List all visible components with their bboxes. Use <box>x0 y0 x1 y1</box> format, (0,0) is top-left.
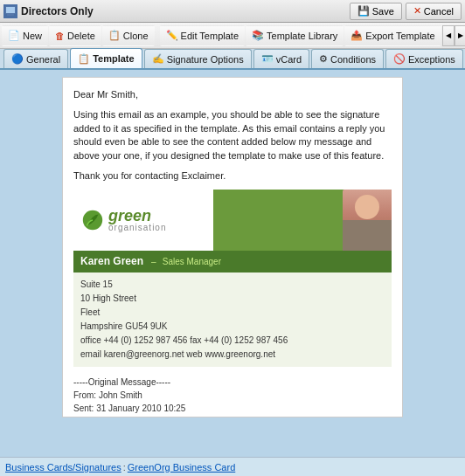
signature-block: green organisation Karen Green – <box>73 190 392 367</box>
orig-header: -----Original Message----- <box>73 376 392 389</box>
exceptions-tab-icon: 🚫 <box>393 53 406 65</box>
clone-button[interactable]: 📋 Clone <box>102 25 155 46</box>
save-button[interactable]: 💾 Save <box>350 3 402 20</box>
person-photo <box>343 190 392 251</box>
tab-signature-options[interactable]: ✍ Signature Options <box>144 49 252 68</box>
template-tab-icon: 📋 <box>78 53 90 65</box>
tab-bar: 🔵 General 📋 Template ✍ Signature Options… <box>0 49 465 70</box>
signature-options-tab-icon: ✍ <box>152 53 164 65</box>
new-button[interactable]: 📄 New <box>2 25 48 46</box>
main-content: Dear Mr Smith, Using this email as an ex… <box>0 70 465 457</box>
toolbar-prev-button[interactable]: ◀ <box>442 25 455 46</box>
tab-conditions[interactable]: ⚙ Conditions <box>311 49 384 68</box>
signature-logo-area: green organisation <box>73 190 213 251</box>
orig-sent: Sent: 31 January 2010 10:25 <box>73 402 392 415</box>
signature-header: green organisation <box>73 190 392 251</box>
orig-to: To: Exclaimer Sales <box>73 415 392 417</box>
toolbar-nav: ◀ ▶ <box>442 25 465 46</box>
logo-org: organisation <box>108 224 166 232</box>
sig-email-web: email karen@greenorg.net web www.greenor… <box>80 348 385 362</box>
delete-button[interactable]: 🗑 Delete <box>49 25 101 46</box>
person-body <box>343 220 392 251</box>
breadcrumb-part1[interactable]: Business Cards/Signatures <box>5 462 121 473</box>
svg-rect-2 <box>7 14 14 16</box>
title-bar: Directors Only 💾 Save ✕ Cancel <box>0 0 465 23</box>
template-library-icon: 📚 <box>252 30 264 41</box>
cancel-icon: ✕ <box>413 5 421 17</box>
logo-green: green <box>108 208 166 224</box>
tab-template[interactable]: 📋 Template <box>70 48 142 68</box>
email-thanks: Thank you for contacting Exclaimer. <box>73 169 392 183</box>
conditions-tab-icon: ⚙ <box>319 53 328 65</box>
cancel-button[interactable]: ✕ Cancel <box>406 3 462 20</box>
app-icon <box>3 4 17 18</box>
sig-phone: office +44 (0) 1252 987 456 fax +44 (0) … <box>80 334 385 348</box>
export-template-icon: 📤 <box>350 30 363 41</box>
window-title: Directors Only <box>21 5 346 17</box>
breadcrumb-separator: : <box>123 462 126 473</box>
clone-icon: 📋 <box>108 30 121 41</box>
delete-icon: 🗑 <box>55 31 65 41</box>
sig-address-line1: Suite 15 <box>80 278 385 292</box>
breadcrumb-bar: Business Cards/Signatures : GreenOrg Bus… <box>0 457 465 476</box>
sig-address-line3: Fleet <box>80 306 385 320</box>
email-body1: Using this email as an example, you shou… <box>73 108 392 162</box>
green-logo: green organisation <box>80 208 166 232</box>
new-icon: 📄 <box>8 30 20 41</box>
edit-template-icon: ✏️ <box>166 30 178 41</box>
email-preview[interactable]: Dear Mr Smith, Using this email as an ex… <box>62 77 403 417</box>
template-library-button[interactable]: 📚 Template Library <box>246 25 344 46</box>
save-icon: 💾 <box>357 5 370 17</box>
vcard-tab-icon: 🪪 <box>261 53 274 65</box>
signature-details: Suite 15 10 High Street Fleet Hampshire … <box>73 272 392 367</box>
edit-template-button[interactable]: ✏️ Edit Template <box>160 25 245 46</box>
signature-title: Sales Manager <box>163 257 221 266</box>
tab-vcard[interactable]: 🪪 vCard <box>253 49 309 68</box>
sig-address-line2: 10 High Street <box>80 292 385 306</box>
original-message: -----Original Message----- From: John Sm… <box>73 376 392 417</box>
signature-name-bar: Karen Green – Sales Manager <box>73 251 392 272</box>
tab-exceptions[interactable]: 🚫 Exceptions <box>385 49 463 68</box>
person-head <box>355 195 379 219</box>
tab-general[interactable]: 🔵 General <box>3 49 68 68</box>
breadcrumb-part2[interactable]: GreenOrg Business Card <box>128 462 236 473</box>
email-greeting: Dear Mr Smith, <box>73 88 392 101</box>
toolbar-next-button[interactable]: ▶ <box>455 25 465 46</box>
signature-dash: – <box>151 257 156 266</box>
logo-text: green organisation <box>108 208 166 232</box>
toolbar: 📄 New 🗑 Delete 📋 Clone ✏️ Edit Template … <box>0 23 465 49</box>
general-tab-icon: 🔵 <box>11 53 24 65</box>
sig-address-line4: Hampshire GU54 9UK <box>80 320 385 334</box>
signature-name: Karen Green <box>80 255 143 267</box>
svg-rect-1 <box>6 7 15 13</box>
orig-from: From: John Smith <box>73 389 392 402</box>
export-template-button[interactable]: 📤 Export Template <box>344 25 441 46</box>
leaf-icon <box>80 208 105 232</box>
signature-photo-area <box>213 190 392 251</box>
